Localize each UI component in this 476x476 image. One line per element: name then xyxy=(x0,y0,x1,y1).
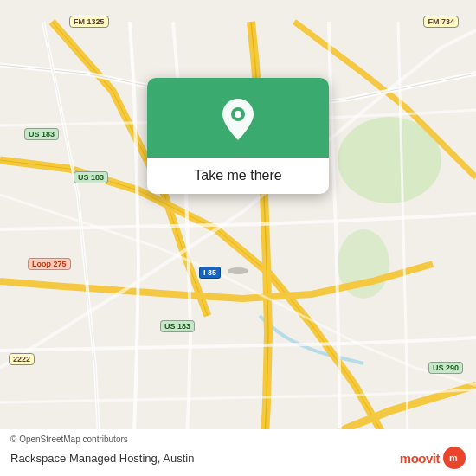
popup-header xyxy=(147,78,329,158)
badge-us183c: US 183 xyxy=(160,320,195,332)
svg-text:m: m xyxy=(449,453,458,463)
badge-i35: I 35 xyxy=(199,267,221,279)
badge-us183b: US 183 xyxy=(74,171,108,183)
moovit-logo: moovit m xyxy=(400,447,466,469)
osm-attribution: © OpenStreetMap contributors xyxy=(10,434,466,444)
badge-us183a: US 183 xyxy=(24,128,59,140)
place-name: Rackspace Managed Hosting, Austin xyxy=(10,452,194,465)
location-pin-icon xyxy=(219,97,257,142)
location-popup: Take me there xyxy=(147,78,329,194)
svg-point-2 xyxy=(228,267,248,274)
take-me-there-button[interactable]: Take me there xyxy=(180,158,295,194)
map-roads xyxy=(0,0,476,476)
bottom-bar: © OpenStreetMap contributors Rackspace M… xyxy=(0,429,476,476)
badge-fm1325: FM 1325 xyxy=(69,16,109,28)
svg-point-4 xyxy=(235,111,241,118)
moovit-icon: m xyxy=(443,447,466,469)
badge-m2222: 2222 xyxy=(9,353,35,365)
map-container: FM 1325 FM 734 US 183 US 183 Loop 275 I … xyxy=(0,0,476,476)
badge-fm734: FM 734 xyxy=(423,16,459,28)
moovit-text: moovit xyxy=(400,451,440,466)
badge-us290: US 290 xyxy=(428,362,463,374)
badge-loop275: Loop 275 xyxy=(28,258,71,270)
